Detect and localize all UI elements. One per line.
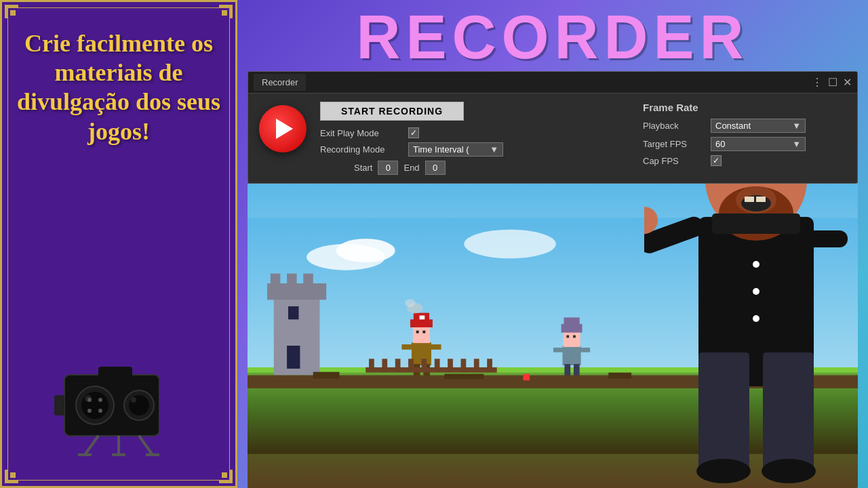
svg-rect-76 — [421, 359, 427, 370]
svg-point-34 — [464, 230, 555, 259]
svg-rect-72 — [369, 359, 374, 370]
svg-line-26 — [139, 436, 153, 455]
svg-rect-49 — [416, 331, 419, 333]
window-close-icon[interactable]: ✕ — [843, 76, 852, 89]
left-panel-text: Crie facilmente os materiais de divulgaç… — [12, 29, 225, 146]
svg-rect-10 — [219, 481, 233, 483]
svg-rect-73 — [382, 359, 387, 370]
svg-rect-45 — [413, 326, 430, 343]
recording-mode-dropdown[interactable]: Time Interval ( ▼ — [408, 142, 503, 157]
corner-bl-icon — [5, 463, 25, 483]
svg-rect-88 — [745, 197, 754, 202]
svg-rect-48 — [420, 316, 425, 320]
window-body: START RECORDING Exit Play Mode ✓ Recordi… — [248, 94, 857, 183]
svg-rect-8 — [10, 472, 16, 478]
window-controls: ⋮ ☐ ✕ — [812, 76, 852, 89]
recorder-window: Recorder ⋮ ☐ ✕ START RECORDING Exit Play… — [248, 71, 858, 184]
window-maximize-icon[interactable]: ☐ — [828, 76, 837, 89]
playback-dropdown[interactable]: Constant ▼ — [711, 119, 806, 133]
svg-point-105 — [696, 459, 751, 483]
svg-rect-50 — [422, 331, 425, 333]
target-fps-label: Target FPS — [643, 139, 704, 149]
game-viewport — [248, 184, 858, 488]
svg-rect-57 — [563, 346, 581, 365]
svg-rect-98 — [793, 230, 848, 247]
svg-point-21 — [98, 398, 102, 402]
play-button[interactable] — [259, 105, 307, 152]
end-value-field[interactable]: 0 — [425, 161, 446, 175]
target-fps-dropdown-arrow: ▼ — [792, 139, 801, 149]
svg-rect-82 — [523, 374, 530, 381]
svg-point-100 — [753, 261, 760, 268]
playback-row: Playback Constant ▼ — [643, 119, 846, 133]
end-label: End — [403, 163, 419, 173]
start-label: Start — [320, 163, 372, 173]
svg-line-24 — [85, 436, 98, 455]
svg-rect-78 — [448, 359, 453, 370]
svg-rect-103 — [698, 352, 749, 474]
window-menu-icon[interactable]: ⋮ — [812, 76, 823, 89]
svg-rect-53 — [401, 344, 413, 350]
corner-br-icon — [212, 463, 233, 483]
man-character — [644, 184, 858, 488]
svg-rect-74 — [395, 359, 401, 370]
svg-point-56 — [405, 299, 415, 307]
svg-rect-63 — [564, 364, 570, 375]
start-value-field[interactable]: 0 — [378, 161, 398, 175]
svg-point-14 — [81, 392, 108, 419]
svg-rect-43 — [287, 346, 300, 369]
svg-rect-58 — [563, 331, 580, 347]
camera-icon — [51, 348, 186, 459]
svg-rect-64 — [574, 364, 580, 375]
playback-dropdown-arrow: ▼ — [792, 121, 801, 131]
svg-rect-42 — [288, 306, 298, 319]
svg-rect-70 — [608, 373, 631, 379]
svg-rect-81 — [487, 359, 492, 370]
framerate-title: Frame Rate — [643, 102, 846, 113]
corner-tl-icon — [5, 5, 25, 25]
svg-point-33 — [336, 239, 395, 262]
svg-rect-30 — [54, 395, 64, 415]
page-title: RECORDER — [237, 0, 868, 68]
svg-rect-4 — [219, 5, 233, 7]
svg-rect-19 — [98, 367, 132, 378]
svg-rect-65 — [553, 348, 564, 352]
exit-play-mode-label: Exit Play Mode — [320, 128, 401, 138]
svg-rect-1 — [5, 5, 18, 7]
svg-rect-5 — [222, 10, 227, 16]
svg-rect-61 — [566, 336, 569, 338]
recording-mode-value: Time Interval ( — [413, 144, 469, 155]
svg-point-18 — [131, 397, 136, 403]
play-triangle-icon — [276, 119, 293, 139]
svg-rect-80 — [474, 359, 479, 370]
svg-point-22 — [87, 409, 92, 413]
playback-label: Playback — [643, 121, 704, 131]
exit-play-mode-checkbox[interactable]: ✓ — [408, 127, 419, 138]
window-tab[interactable]: Recorder — [254, 74, 306, 91]
start-recording-button[interactable]: START RECORDING — [320, 102, 464, 121]
target-fps-row: Target FPS 60 ▼ — [643, 137, 846, 151]
cap-fps-checkbox[interactable]: ✓ — [711, 155, 722, 166]
svg-rect-89 — [756, 197, 766, 202]
svg-rect-11 — [222, 472, 227, 478]
left-panel: Crie facilmente os materiais de divulgaç… — [0, 0, 237, 488]
svg-rect-68 — [313, 372, 340, 379]
svg-rect-104 — [763, 352, 814, 474]
svg-rect-62 — [573, 336, 576, 338]
svg-rect-77 — [435, 359, 440, 370]
target-fps-dropdown[interactable]: 60 ▼ — [711, 137, 806, 151]
framerate-section: Frame Rate Playback Constant ▼ Target FP… — [643, 102, 846, 170]
svg-rect-69 — [444, 374, 484, 380]
svg-rect-79 — [461, 359, 467, 370]
svg-rect-75 — [408, 359, 414, 370]
window-titlebar: Recorder ⋮ ☐ ✕ — [248, 72, 857, 94]
target-fps-value: 60 — [715, 139, 725, 149]
cap-fps-row: Cap FPS ✓ — [643, 155, 846, 166]
svg-rect-7 — [5, 481, 18, 483]
controls-section: START RECORDING Exit Play Mode ✓ Recordi… — [320, 102, 629, 175]
right-panel: RECORDER Recorder ⋮ ☐ ✕ START RECORDING … — [237, 0, 868, 488]
svg-point-97 — [644, 207, 658, 234]
playback-value: Constant — [715, 121, 751, 131]
corner-tr-icon — [212, 5, 233, 25]
recording-mode-row: Recording Mode Time Interval ( ▼ — [320, 142, 629, 157]
